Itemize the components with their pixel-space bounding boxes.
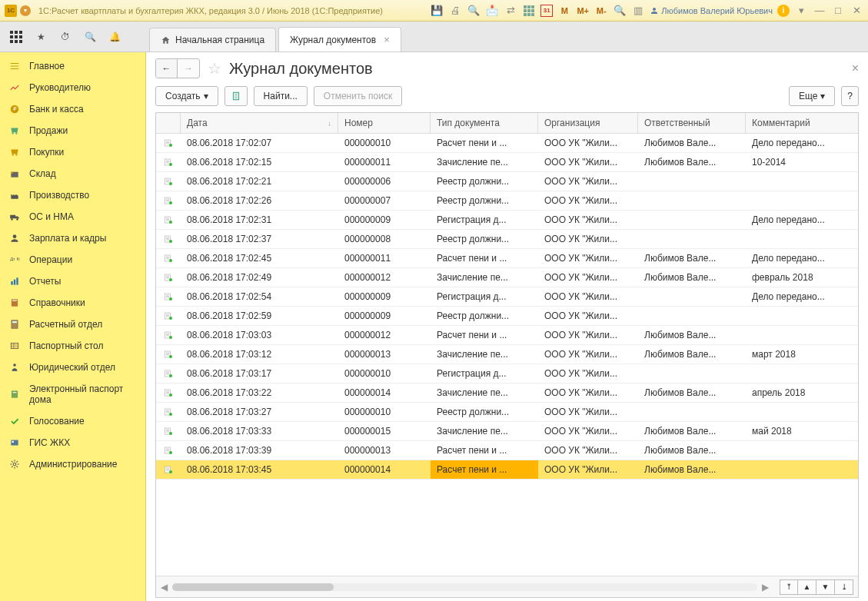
- cell-type: Расчет пени и ...: [431, 134, 538, 152]
- close-window-icon[interactable]: ✕: [850, 4, 863, 18]
- col-comment[interactable]: Комментарий: [746, 113, 858, 133]
- app-dropdown-icon[interactable]: ▾: [20, 5, 31, 16]
- col-org[interactable]: Организация: [538, 113, 638, 133]
- sidebar-item-bars[interactable]: Отчеты: [0, 271, 145, 292]
- tab-close-icon[interactable]: ×: [384, 34, 390, 45]
- nav-back-button[interactable]: ←: [156, 59, 178, 78]
- minimize-icon[interactable]: —: [813, 4, 826, 18]
- m-minus-icon[interactable]: M-: [594, 4, 608, 18]
- table-row[interactable]: 08.06.2018 17:02:45000000011Расчет пени …: [156, 249, 858, 268]
- apps-icon[interactable]: [9, 30, 23, 44]
- sidebar-item-ruble[interactable]: ₽Банк и касса: [0, 98, 145, 120]
- tab-начальная-страница[interactable]: Начальная страница: [149, 28, 276, 51]
- table-row[interactable]: 08.06.2018 17:02:07000000010Расчет пени …: [156, 134, 858, 153]
- copy-button[interactable]: [224, 86, 248, 106]
- maximize-icon[interactable]: □: [831, 4, 845, 18]
- create-button[interactable]: Создать▾: [155, 86, 218, 106]
- row-status-icon: [156, 384, 181, 402]
- table-row[interactable]: 08.06.2018 17:03:33000000015Зачисление п…: [156, 422, 858, 441]
- sidebar-item-epass[interactable]: Электронный паспорт дома: [0, 378, 145, 410]
- row-status-icon: [156, 211, 181, 229]
- goto-up-button[interactable]: ▲: [798, 579, 816, 595]
- table-row[interactable]: 08.06.2018 17:03:22000000014Зачисление п…: [156, 384, 858, 403]
- table-row[interactable]: 08.06.2018 17:02:15000000011Зачисление п…: [156, 153, 858, 172]
- favorites-icon[interactable]: ★: [34, 30, 48, 44]
- sidebar-item-label: Расчетный отдел: [29, 319, 102, 330]
- table-footer: ◀ ▶ ⤒ ▲ ▼ ⤓: [156, 576, 858, 597]
- compare-icon[interactable]: ⇄: [504, 4, 517, 18]
- row-status-icon: [156, 441, 181, 460]
- scroll-left-icon[interactable]: ◀: [161, 582, 168, 593]
- preview-icon[interactable]: 🔍: [467, 4, 481, 18]
- nav-forward-button[interactable]: →: [178, 59, 199, 78]
- table-row[interactable]: 08.06.2018 17:02:21000000006Реестр должн…: [156, 172, 858, 191]
- zoom-icon[interactable]: 🔍: [613, 4, 627, 18]
- sidebar-item-store[interactable]: Склад: [0, 163, 145, 184]
- table-row[interactable]: 08.06.2018 17:02:37000000008Реестр должн…: [156, 230, 858, 249]
- row-status-icon: [156, 460, 181, 479]
- table-row[interactable]: 08.06.2018 17:03:45000000014Расчет пени …: [156, 460, 858, 480]
- sidebar-item-cart2[interactable]: Покупки: [0, 141, 145, 163]
- table-row[interactable]: 08.06.2018 17:03:17000000010Регистрация …: [156, 364, 858, 384]
- sidebar-item-book[interactable]: Справочники: [0, 292, 145, 314]
- favorite-star-icon[interactable]: ☆: [208, 59, 221, 78]
- info-icon[interactable]: i: [777, 5, 790, 17]
- sidebar-item-vote[interactable]: Голосование: [0, 410, 145, 432]
- col-date[interactable]: Дата↓: [181, 113, 338, 133]
- sidebar-item-cart[interactable]: Продажи: [0, 120, 145, 141]
- goto-down-button[interactable]: ▼: [816, 579, 835, 595]
- col-number[interactable]: Номер: [338, 113, 431, 133]
- info-dropdown-icon[interactable]: ▾: [794, 4, 808, 18]
- sidebar-item-ops[interactable]: Дт КтОперации: [0, 249, 145, 271]
- sidebar-item-factory[interactable]: Производство: [0, 184, 145, 206]
- svg-point-6: [13, 234, 17, 238]
- cell-number: 000000011: [338, 249, 431, 267]
- m-plus-icon[interactable]: M+: [576, 4, 590, 18]
- search-icon[interactable]: 🔍: [83, 30, 97, 44]
- history-icon[interactable]: ⏱: [58, 30, 72, 44]
- col-icon[interactable]: [156, 113, 181, 133]
- find-button[interactable]: Найти...: [254, 86, 308, 106]
- sidebar-item-truck[interactable]: ОС и НМА: [0, 206, 145, 227]
- more-button[interactable]: Еще▾: [789, 86, 835, 106]
- close-page-icon[interactable]: ×: [852, 61, 859, 75]
- current-user[interactable]: Любимов Валерий Юрьевич: [650, 6, 773, 15]
- sidebar-item-table[interactable]: Паспортный стол: [0, 335, 145, 357]
- cell-resp: Любимов Вале...: [638, 268, 746, 287]
- print-icon[interactable]: 🖨: [448, 4, 462, 18]
- goto-last-button[interactable]: ⤓: [835, 579, 853, 595]
- goto-first-button[interactable]: ⤒: [780, 579, 798, 595]
- sidebar-item-calc[interactable]: Расчетный отдел: [0, 314, 145, 335]
- col-resp[interactable]: Ответственный: [638, 113, 746, 133]
- help-button[interactable]: ?: [841, 86, 859, 106]
- scroll-right-icon[interactable]: ▶: [762, 582, 769, 593]
- calendar-icon[interactable]: 31: [540, 5, 553, 17]
- calc-icon[interactable]: [522, 4, 536, 18]
- table-row[interactable]: 08.06.2018 17:03:03000000012Расчет пени …: [156, 326, 858, 345]
- sidebar-item-gis[interactable]: ГИС ЖКХ: [0, 432, 145, 453]
- h-scrollbar[interactable]: [172, 583, 757, 591]
- sidebar-item-menu[interactable]: Главное: [0, 55, 145, 77]
- table-row[interactable]: 08.06.2018 17:03:39000000013Расчет пени …: [156, 441, 858, 460]
- panels-icon[interactable]: ▥: [631, 4, 645, 18]
- notifications-icon[interactable]: 🔔: [108, 30, 121, 44]
- table-row[interactable]: 08.06.2018 17:03:27000000010Реестр должн…: [156, 403, 858, 422]
- table-row[interactable]: 08.06.2018 17:02:31000000009Регистрация …: [156, 211, 858, 230]
- save-icon[interactable]: 💾: [430, 4, 444, 18]
- tab-журнал-документов[interactable]: Журнал документов×: [278, 27, 401, 51]
- sidebar-item-trend[interactable]: Руководителю: [0, 77, 145, 98]
- mail-icon[interactable]: 📩: [485, 4, 499, 18]
- table-row[interactable]: 08.06.2018 17:02:54000000009Регистрация …: [156, 287, 858, 307]
- sidebar-item-label: Юридический отдел: [29, 362, 115, 373]
- m-icon[interactable]: M: [557, 4, 571, 18]
- table-row[interactable]: 08.06.2018 17:02:26000000007Реестр должн…: [156, 191, 858, 211]
- sidebar-item-gear[interactable]: Администрирование: [0, 453, 145, 475]
- sidebar-item-person[interactable]: Зарплата и кадры: [0, 227, 145, 249]
- cell-org: ООО УК "Жили...: [538, 153, 638, 171]
- table-row[interactable]: 08.06.2018 17:02:49000000012Зачисление п…: [156, 268, 858, 287]
- sidebar-item-lawyer[interactable]: Юридический отдел: [0, 357, 145, 378]
- col-type[interactable]: Тип документа: [431, 113, 538, 133]
- cancel-search-button[interactable]: Отменить поиск: [314, 86, 402, 106]
- table-row[interactable]: 08.06.2018 17:02:59000000009Реестр должн…: [156, 307, 858, 326]
- table-row[interactable]: 08.06.2018 17:03:12000000013Зачисление п…: [156, 345, 858, 364]
